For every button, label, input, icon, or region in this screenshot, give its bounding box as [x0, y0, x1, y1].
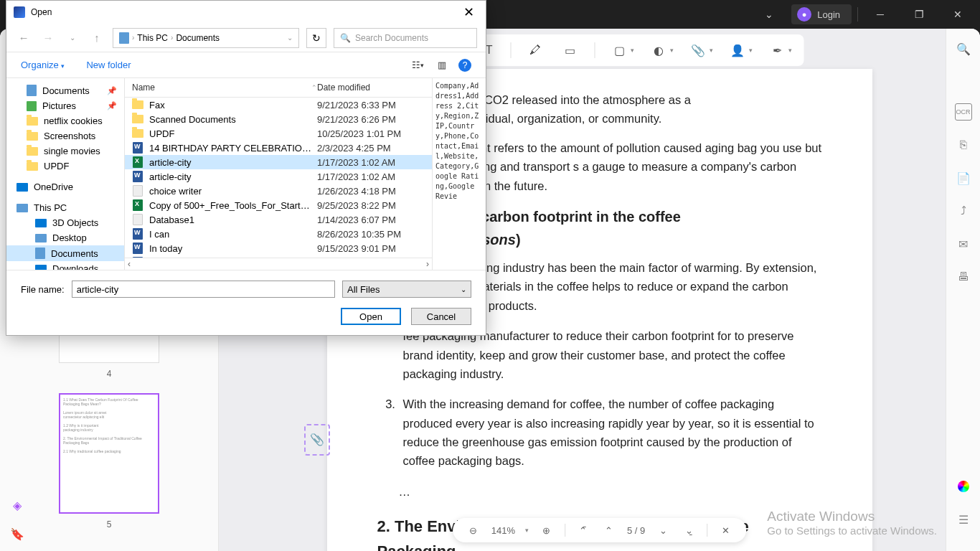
- file-row[interactable]: UPDF10/25/2023 1:01 PM: [125, 126, 432, 141]
- crop-icon[interactable]: ⎘: [955, 136, 972, 154]
- minimize-button[interactable]: ─: [864, 3, 897, 26]
- sidebar-thispc[interactable]: This PC: [6, 200, 124, 215]
- ai-icon[interactable]: [955, 478, 972, 495]
- dialog-toolbar: Organize ▾ New folder ☷ ▾ ▥ ?: [6, 52, 486, 78]
- file-row[interactable]: Fax9/21/2023 6:33 PM: [125, 98, 432, 112]
- sidebar-thispc-item[interactable]: 3D Objects: [6, 215, 124, 230]
- email-icon[interactable]: ✉: [955, 235, 972, 253]
- first-page-button[interactable]: ⌃̄: [575, 522, 591, 538]
- history-dropdown[interactable]: ⌄: [753, 3, 786, 26]
- eraser-icon[interactable]: ▭: [560, 40, 580, 60]
- search-icon[interactable]: 🔍: [955, 40, 972, 57]
- app-icon: [14, 6, 25, 18]
- attachment-tool[interactable]: 📎▾: [688, 40, 713, 60]
- menu-icon[interactable]: ☰: [955, 511, 972, 528]
- close-pagination-button[interactable]: ✕: [717, 522, 733, 538]
- sidebar-quick-item[interactable]: single movies: [6, 143, 124, 159]
- file-row[interactable]: I can8/26/2023 10:35 PM: [125, 227, 432, 241]
- column-date[interactable]: Date modified: [317, 83, 425, 93]
- dialog-body: Documents📌Pictures📌netflix cookiesScreen…: [6, 78, 486, 270]
- page-thumbnail-5[interactable]: 1.1 What Does The Carbon Footprint Of Co…: [59, 393, 159, 514]
- highlight-icon[interactable]: 🖍: [525, 40, 545, 60]
- page-indicator[interactable]: 5 / 9: [627, 525, 645, 536]
- sidebar-thispc-item[interactable]: Downloads: [6, 261, 124, 270]
- sidebar-thispc-item[interactable]: Documents: [6, 245, 124, 261]
- path-segment[interactable]: This PC: [137, 33, 168, 43]
- separator: [565, 524, 565, 537]
- doc-list-item: With the increasing demand for coffee, t…: [399, 395, 822, 471]
- signature-tool[interactable]: ✒▾: [767, 40, 792, 60]
- organize-menu[interactable]: Organize ▾: [21, 60, 65, 70]
- zoom-level: 141%: [491, 525, 515, 536]
- column-headers: Name ⌃ Date modified: [125, 78, 432, 98]
- last-page-button[interactable]: ⌄̱: [681, 522, 697, 538]
- shape-tool[interactable]: ▢▾: [609, 40, 634, 60]
- separator: [510, 42, 511, 58]
- dialog-title: Open: [31, 7, 459, 17]
- view-mode-button[interactable]: ☷ ▾: [410, 57, 425, 73]
- file-list: Name ⌃ Date modified Fax9/21/2023 6:33 P…: [125, 78, 432, 270]
- layers-icon[interactable]: ◈: [7, 495, 27, 515]
- dialog-close-button[interactable]: ✕: [459, 4, 479, 20]
- file-row[interactable]: choice writer1/26/2023 4:18 PM: [125, 184, 432, 198]
- zoom-dropdown[interactable]: ▾: [525, 527, 529, 534]
- sidebar-quick-item[interactable]: netflix cookies: [6, 113, 124, 128]
- zoom-out-button[interactable]: ⊖: [466, 522, 481, 538]
- open-button[interactable]: Open: [341, 308, 401, 325]
- sticker-tool[interactable]: ◐▾: [649, 40, 674, 60]
- sidebar-quick-item[interactable]: UPDF: [6, 159, 124, 174]
- sidebar-quick-item[interactable]: Pictures📌: [6, 98, 124, 113]
- path-segment[interactable]: Documents: [176, 33, 220, 43]
- preview-pane-button[interactable]: ▥: [434, 57, 450, 73]
- dialog-sidebar: Documents📌Pictures📌netflix cookiesScreen…: [6, 78, 125, 270]
- page-icon[interactable]: 📄: [955, 169, 972, 187]
- recent-dropdown[interactable]: ⌄: [64, 29, 81, 47]
- sidebar-quick-item[interactable]: Documents📌: [6, 83, 124, 98]
- thumb-label-4: 4: [107, 369, 112, 379]
- sidebar-onedrive[interactable]: OneDrive: [6, 179, 124, 194]
- up-button[interactable]: ↑: [88, 29, 105, 47]
- file-row[interactable]: In today9/15/2023 9:01 PM: [125, 241, 432, 255]
- search-input[interactable]: 🔍 Search Documents: [334, 28, 477, 48]
- ocr-icon[interactable]: OCR: [955, 103, 972, 121]
- sidebar-thispc-item[interactable]: Desktop: [6, 230, 124, 245]
- refresh-button[interactable]: ↻: [306, 28, 326, 48]
- close-app-button[interactable]: ✕: [941, 3, 974, 26]
- h-scrollbar[interactable]: ‹›: [125, 258, 432, 270]
- filetype-dropdown[interactable]: All Files⌄: [342, 281, 471, 298]
- file-row[interactable]: Copy of 500+_Free_Tools_For_Startups(1)9…: [125, 198, 432, 212]
- preview-pane: Company,Address1,Address 2,City,Region,Z…: [432, 78, 486, 270]
- column-name[interactable]: Name ⌃: [132, 83, 317, 93]
- prev-page-button[interactable]: ⌃: [601, 522, 617, 538]
- file-row[interactable]: article-city1/17/2023 1:02 AM: [125, 155, 432, 169]
- path-dropdown[interactable]: ⌄: [287, 34, 293, 42]
- file-row[interactable]: Scanned Documents9/21/2023 6:26 PM: [125, 112, 432, 126]
- right-sidebar: 🔍 OCR ⎘ 📄 ⤴ ✉ 🖶 ☰: [946, 29, 980, 551]
- login-button[interactable]: ● Login: [791, 4, 852, 24]
- search-icon: 🔍: [340, 33, 351, 43]
- file-row[interactable]: 14 BIRTHDAY PARTY CELEBRATION IDEAS...2/…: [125, 141, 432, 155]
- zoom-in-button[interactable]: ⊕: [539, 522, 555, 538]
- login-label: Login: [817, 9, 840, 20]
- filename-label: File name:: [21, 284, 65, 295]
- path-bar[interactable]: › This PC › Documents ⌄: [113, 28, 299, 48]
- cancel-button[interactable]: Cancel: [411, 308, 471, 325]
- file-open-dialog: Open ✕ ← → ⌄ ↑ › This PC › Documents ⌄ ↻…: [6, 0, 486, 336]
- share-icon[interactable]: ⤴: [955, 202, 972, 220]
- stamp-tool[interactable]: 👤▾: [727, 40, 753, 60]
- filename-input[interactable]: [72, 281, 335, 298]
- file-row[interactable]: article-city1/17/2023 1:02 AM: [125, 169, 432, 184]
- bookmark-icon[interactable]: 🔖: [7, 524, 27, 544]
- sidebar-quick-item[interactable]: Screenshots: [6, 128, 124, 143]
- new-folder-button[interactable]: New folder: [86, 60, 131, 70]
- next-page-button[interactable]: ⌄: [655, 522, 671, 538]
- help-icon[interactable]: ?: [458, 59, 471, 72]
- file-row[interactable]: Database11/14/2023 6:07 PM: [125, 212, 432, 227]
- dialog-titlebar: Open ✕: [6, 1, 486, 24]
- print-icon[interactable]: 🖶: [955, 268, 972, 286]
- back-button[interactable]: ←: [15, 29, 32, 47]
- attachment-marker-icon[interactable]: 📎: [304, 424, 330, 456]
- avatar-icon: ●: [797, 7, 811, 22]
- maximize-button[interactable]: ❐: [903, 3, 936, 26]
- forward-button[interactable]: →: [39, 29, 57, 47]
